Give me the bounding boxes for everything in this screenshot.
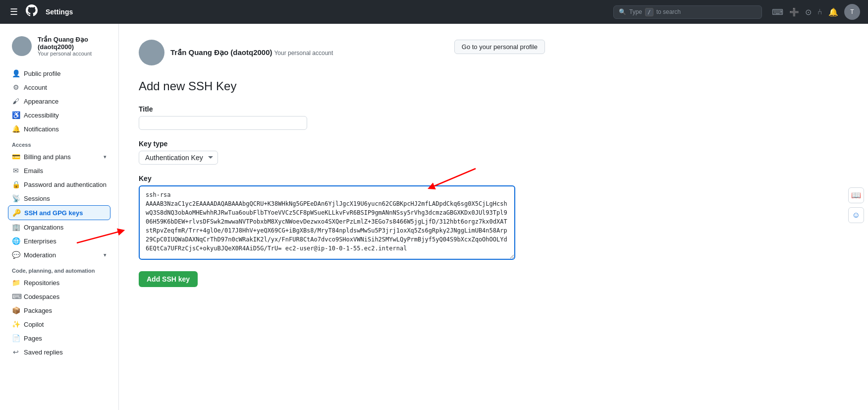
title-form-group: Title	[139, 105, 545, 130]
profile-section: Trần Quang Đạo (daotq2000) Your personal…	[8, 36, 110, 57]
sidebar-label: Enterprises	[24, 237, 56, 245]
key-type-select[interactable]: Authentication Key Signing Key	[139, 151, 218, 165]
billing-icon: 💳	[12, 153, 20, 161]
inbox-icon[interactable]: 🔔	[828, 7, 838, 17]
navbar-actions: ⌨ ➕ ⊙ ⑃ 🔔 T	[772, 4, 860, 20]
sidebar-label: Codespaces	[24, 293, 59, 300]
sidebar-label: Emails	[24, 167, 43, 175]
replies-icon: ↩	[12, 348, 20, 356]
sidebar-label: Saved replies	[24, 349, 63, 356]
search-bar[interactable]: 🔍 Type / to search	[613, 5, 762, 19]
sidebar-label: SSH and GPG keys	[24, 209, 83, 217]
chevron-down-icon: ▾	[104, 154, 107, 160]
sidebar: Trần Quang Đạo (daotq2000) Your personal…	[0, 24, 119, 410]
sidebar-item-enterprises[interactable]: 🌐 Enterprises	[8, 234, 110, 248]
sidebar-label: Packages	[24, 307, 52, 314]
add-ssh-key-button[interactable]: Add SSH key	[139, 271, 198, 287]
sidebar-item-public-profile[interactable]: 👤 Public profile	[8, 66, 110, 80]
sidebar-nav-access: 💳 Billing and plans ▾ ✉ Emails 🔒 Passwor…	[8, 150, 110, 262]
sidebar-profile-info: Trần Quang Đạo (daotq2000) Your personal…	[38, 36, 107, 57]
sidebar-item-account[interactable]: ⚙ Account	[8, 80, 110, 94]
sidebar-item-organizations[interactable]: 🏢 Organizations	[8, 220, 110, 234]
profile-sub: Your personal account	[38, 51, 107, 57]
bell-icon: 🔔	[12, 125, 20, 133]
book-icon[interactable]: 📖	[848, 187, 864, 203]
profile-full-name: Trần Quang Đạo (daotq2000)	[170, 48, 272, 57]
plus-icon[interactable]: ➕	[789, 7, 799, 17]
sidebar-label: Accessibility	[24, 112, 59, 119]
copilot-icon: ✨	[12, 320, 20, 328]
chevron-down-icon2: ▾	[104, 252, 107, 258]
access-section-label: Access	[8, 136, 110, 150]
title-label: Title	[139, 105, 545, 113]
pages-icon: 📄	[12, 334, 20, 342]
email-icon: ✉	[12, 167, 20, 175]
sidebar-label: Sessions	[24, 195, 50, 202]
sidebar-label: Appearance	[24, 98, 58, 105]
repo-icon: 📁	[12, 279, 20, 287]
search-icon: 🔍	[619, 8, 626, 15]
sidebar-label: Password and authentication	[24, 181, 107, 188]
pr-icon[interactable]: ⑃	[817, 7, 822, 16]
notification-wrapper: 🔔	[828, 7, 838, 17]
sidebar-label: Copilot	[24, 321, 44, 328]
layout: Trần Quang Đạo (daotq2000) Your personal…	[0, 24, 868, 410]
sidebar-item-password[interactable]: 🔒 Password and authentication	[8, 177, 110, 191]
accessibility-icon: ♿	[12, 111, 20, 119]
sidebar-label: Notifications	[24, 125, 59, 133]
sidebar-item-copilot[interactable]: ✨ Copilot	[8, 317, 110, 331]
issue-icon[interactable]: ⊙	[805, 7, 812, 17]
hamburger-icon[interactable]: ☰	[8, 4, 20, 19]
packages-icon: 📦	[12, 306, 20, 314]
profile-account-type: Your personal account	[274, 50, 333, 57]
sidebar-label: Public profile	[24, 70, 60, 77]
sidebar-item-notifications[interactable]: 🔔 Notifications	[8, 122, 110, 136]
sidebar-item-appearance[interactable]: 🖌 Appearance	[8, 94, 110, 108]
gear-icon: ⚙	[12, 83, 20, 91]
sidebar-label: Organizations	[24, 224, 63, 231]
title-input[interactable]	[139, 116, 307, 130]
github-logo-icon[interactable]	[26, 4, 38, 19]
sidebar-avatar	[12, 36, 32, 56]
profile-header-avatar	[139, 40, 164, 65]
lock-icon: 🔒	[12, 180, 20, 188]
org-icon: 🏢	[12, 223, 20, 231]
enterprise-icon: 🌐	[12, 237, 20, 245]
sidebar-item-packages[interactable]: 📦 Packages	[8, 303, 110, 317]
navbar: ☰ Settings 🔍 Type / to search ⌨ ➕ ⊙ ⑃ 🔔 …	[0, 0, 868, 24]
smiley-icon[interactable]: ☺	[848, 207, 864, 223]
key-form-group: Key ssh-rsa AAAAB3NzaC1yc2EAAAADAQABAAAb…	[139, 175, 545, 261]
sessions-icon: 📡	[12, 194, 20, 202]
key-icon: 🔑	[12, 209, 20, 217]
code-section-label: Code, planning, and automation	[8, 262, 110, 276]
sidebar-item-accessibility[interactable]: ♿ Accessibility	[8, 108, 110, 122]
terminal-icon[interactable]: ⌨	[772, 7, 783, 17]
sidebar-nav-main: 👤 Public profile ⚙ Account 🖌 Appearance …	[8, 66, 110, 136]
profile-header-info: Trần Quang Đạo (daotq2000) Your personal…	[170, 48, 333, 57]
right-panel: 📖 ☺	[844, 183, 868, 227]
profile-header: Trần Quang Đạo (daotq2000) Your personal…	[139, 40, 545, 65]
profile-name: Trần Quang Đạo (daotq2000)	[38, 36, 107, 51]
sidebar-label: Repositories	[24, 279, 59, 287]
sidebar-item-sessions[interactable]: 📡 Sessions	[8, 191, 110, 205]
sidebar-nav-code: 📁 Repositories ⌨ Codespaces 📦 Packages ✨	[8, 276, 110, 359]
sidebar-item-emails[interactable]: ✉ Emails	[8, 164, 110, 177]
avatar[interactable]: T	[844, 4, 860, 20]
sidebar-item-codespaces[interactable]: ⌨ Codespaces	[8, 290, 110, 303]
sidebar-item-saved-replies[interactable]: ↩ Saved replies	[8, 345, 110, 359]
profile-header-left: Trần Quang Đạo (daotq2000) Your personal…	[139, 40, 333, 65]
search-shortcut: /	[645, 8, 653, 16]
sidebar-item-billing[interactable]: 💳 Billing and plans ▾	[8, 150, 110, 164]
sidebar-item-ssh-gpg[interactable]: 🔑 SSH and GPG keys	[8, 205, 110, 220]
go-to-profile-button[interactable]: Go to your personal profile	[454, 40, 545, 54]
sidebar-label: Pages	[24, 335, 42, 342]
sidebar-label: Billing and plans	[24, 153, 71, 161]
key-type-form-group: Key type Authentication Key Signing Key	[139, 140, 545, 165]
key-textarea[interactable]: ssh-rsa AAAAB3NzaC1yc2EAAAADAQABAAAbgQCR…	[139, 185, 515, 260]
user-icon: 👤	[12, 69, 20, 77]
sidebar-item-repositories[interactable]: 📁 Repositories	[8, 276, 110, 290]
sidebar-item-moderation[interactable]: 💬 Moderation ▾	[8, 248, 110, 262]
key-label: Key	[139, 175, 545, 182]
sidebar-item-pages[interactable]: 📄 Pages	[8, 331, 110, 345]
key-type-label: Key type	[139, 140, 545, 148]
